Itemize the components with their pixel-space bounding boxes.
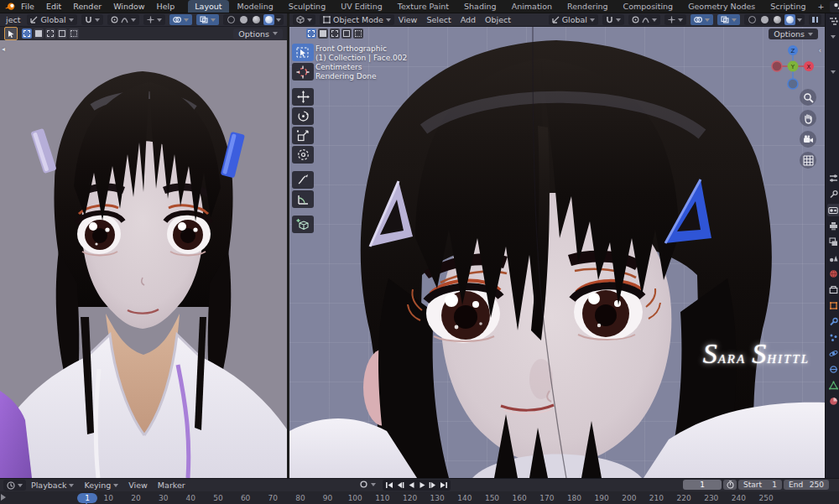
start-frame-field[interactable]: Start1 bbox=[738, 480, 782, 490]
tool-measure[interactable] bbox=[292, 190, 314, 208]
shading-wireframe-button[interactable] bbox=[747, 14, 758, 25]
keying-menu[interactable]: Keying bbox=[84, 481, 118, 490]
tool-add-cube[interactable] bbox=[292, 216, 314, 233]
tool-move[interactable] bbox=[292, 88, 314, 106]
menu-help[interactable]: Help bbox=[157, 2, 175, 11]
tab-modifiers[interactable] bbox=[827, 315, 839, 328]
xray-toggle[interactable] bbox=[717, 14, 740, 25]
select-mode-set[interactable] bbox=[306, 29, 316, 39]
play-reverse-button[interactable] bbox=[406, 481, 416, 490]
select-mode-intersect[interactable] bbox=[69, 29, 79, 39]
tool-scale[interactable] bbox=[292, 127, 314, 144]
next-keyframe-button[interactable] bbox=[428, 481, 438, 490]
show-overlays-toggle[interactable] bbox=[169, 14, 192, 25]
ortho-grid-icon[interactable] bbox=[800, 152, 816, 169]
snap-toggle[interactable] bbox=[81, 14, 103, 25]
menu-edit[interactable]: Edit bbox=[46, 2, 61, 11]
select-mode-invert[interactable] bbox=[341, 29, 352, 39]
shading-solid-button[interactable] bbox=[759, 14, 770, 25]
sidebar-collapse-icon[interactable]: ‹ bbox=[819, 47, 821, 55]
tab-particles[interactable] bbox=[827, 331, 839, 344]
editor-type-dropdown[interactable] bbox=[293, 14, 315, 25]
select-mode-extend[interactable] bbox=[318, 29, 328, 39]
camera-view-icon[interactable] bbox=[800, 131, 816, 148]
toolbar-collapse-icon[interactable]: ◂ bbox=[2, 45, 5, 53]
viewport-menu-view[interactable]: View bbox=[399, 15, 418, 24]
mode-dropdown[interactable]: Object Mode bbox=[320, 14, 394, 25]
shading-material-button[interactable] bbox=[251, 14, 262, 25]
shading-rendered-button[interactable] bbox=[263, 14, 274, 25]
snap-toggle[interactable] bbox=[602, 14, 624, 25]
tool-transform[interactable] bbox=[292, 146, 314, 164]
tab-object-data[interactable] bbox=[827, 379, 839, 392]
zoom-icon[interactable] bbox=[800, 89, 816, 106]
current-frame-badge[interactable]: 1 bbox=[77, 493, 97, 503]
tool-annotate[interactable] bbox=[292, 171, 314, 189]
tab-output[interactable] bbox=[827, 220, 839, 232]
tab-physics[interactable] bbox=[827, 347, 839, 360]
tab-material[interactable] bbox=[827, 395, 839, 408]
shading-solid-button[interactable] bbox=[238, 14, 249, 25]
viewport-menu-select[interactable]: Select bbox=[426, 15, 451, 24]
tab-collection[interactable] bbox=[827, 283, 839, 296]
left-viewport-canvas[interactable]: ◂ bbox=[0, 40, 287, 478]
blender-logo-icon[interactable] bbox=[4, 2, 16, 12]
workspace-tab-layout[interactable]: Layout bbox=[188, 0, 228, 13]
end-frame-field[interactable]: End250 bbox=[784, 480, 829, 490]
current-frame-field[interactable]: 1 bbox=[683, 480, 722, 490]
pan-icon[interactable] bbox=[800, 110, 816, 127]
shading-rendered-button[interactable] bbox=[784, 14, 795, 25]
chevron-down-icon[interactable] bbox=[827, 65, 839, 78]
view-menu[interactable]: View bbox=[128, 481, 148, 490]
timeline-ruler[interactable]: 1020304050607080901001101201301401501601… bbox=[0, 491, 839, 504]
clipped-object-menu[interactable]: ject bbox=[3, 15, 23, 24]
axis-gizmo[interactable]: Z X Y bbox=[771, 44, 815, 91]
tool-cursor[interactable] bbox=[292, 63, 314, 81]
xray-toggle[interactable] bbox=[196, 14, 219, 25]
proportional-editing[interactable] bbox=[107, 14, 139, 25]
jump-to-start-button[interactable] bbox=[384, 481, 394, 490]
workspace-tab-sculpting[interactable]: Sculpting bbox=[282, 0, 332, 13]
workspace-tab-geometry-nodes[interactable]: Geometry Nodes bbox=[681, 0, 762, 13]
orientation-dropdown[interactable]: Global bbox=[549, 14, 598, 25]
outliner-icon[interactable] bbox=[827, 15, 839, 28]
tab-scene[interactable] bbox=[827, 252, 839, 264]
show-gizmos-toggle[interactable] bbox=[664, 14, 686, 25]
shading-material-button[interactable] bbox=[772, 14, 783, 25]
timeline-editor-dropdown[interactable] bbox=[3, 480, 26, 491]
prev-keyframe-button[interactable] bbox=[395, 481, 405, 490]
add-workspace-button[interactable]: + bbox=[813, 2, 830, 11]
jump-to-end-button[interactable] bbox=[439, 481, 449, 490]
workspace-tab-animation[interactable]: Animation bbox=[505, 0, 559, 13]
viewport-menu-add[interactable]: Add bbox=[461, 15, 476, 24]
tool-select-box[interactable] bbox=[292, 44, 314, 61]
workspace-tab-uv-editing[interactable]: UV Editing bbox=[334, 0, 389, 13]
stopwatch-icon[interactable] bbox=[723, 480, 737, 490]
tab-tool[interactable] bbox=[827, 188, 839, 200]
play-button[interactable] bbox=[417, 481, 427, 490]
menu-render[interactable]: Render bbox=[73, 2, 102, 11]
properties-editor-icon[interactable] bbox=[827, 172, 839, 184]
orientation-dropdown[interactable]: Global bbox=[27, 14, 76, 25]
select-mode-set[interactable] bbox=[22, 29, 32, 39]
tab-object[interactable] bbox=[827, 299, 839, 312]
playback-menu[interactable]: Playback bbox=[31, 481, 74, 490]
record-icon[interactable] bbox=[359, 480, 368, 489]
show-overlays-toggle[interactable] bbox=[690, 14, 713, 25]
tool-rotate[interactable] bbox=[292, 107, 314, 125]
scene-selector[interactable]: Scene bbox=[830, 1, 839, 13]
right-viewport-canvas[interactable]: Options Front Orthographic (1) Collectio… bbox=[289, 27, 825, 478]
menu-window[interactable]: Window bbox=[113, 2, 144, 11]
tab-constraints[interactable] bbox=[827, 363, 839, 376]
left-options-button[interactable]: Options bbox=[233, 29, 283, 39]
select-mode-subtract[interactable] bbox=[330, 29, 340, 39]
workspace-tab-shading[interactable]: Shading bbox=[457, 0, 503, 13]
shading-wireframe-button[interactable] bbox=[226, 14, 237, 25]
tab-view-layer[interactable] bbox=[827, 236, 839, 248]
proportional-editing[interactable] bbox=[628, 14, 660, 25]
tab-world[interactable] bbox=[827, 268, 839, 280]
workspace-tab-scripting[interactable]: Scripting bbox=[763, 0, 812, 13]
right-options-button[interactable]: Options bbox=[769, 29, 818, 39]
workspace-tab-modeling[interactable]: Modeling bbox=[231, 0, 280, 13]
workspace-tab-compositing[interactable]: Compositing bbox=[617, 0, 680, 13]
